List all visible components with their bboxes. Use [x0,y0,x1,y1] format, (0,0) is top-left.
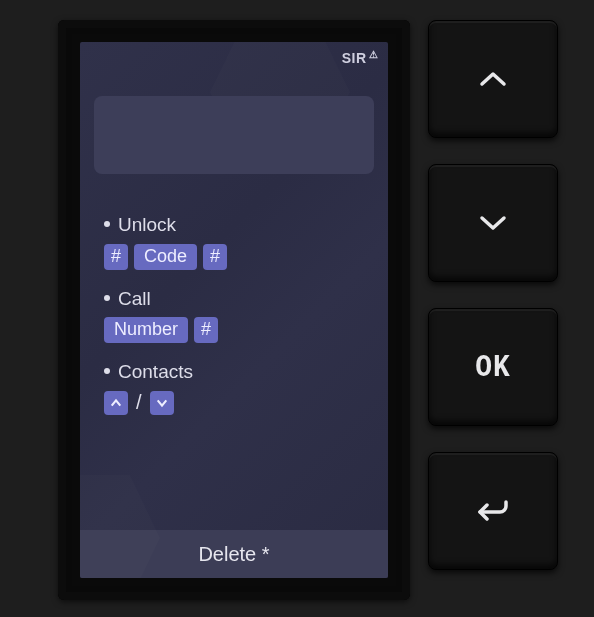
return-icon [476,497,510,525]
contacts-pattern: / [104,391,372,415]
status-label: SIR [342,50,367,66]
screen-bezel: SIR ⚠ Unlock # Code # Call Number [58,20,410,600]
status-indicator: SIR ⚠ [342,50,378,66]
bullet-icon [104,221,110,227]
call-pattern: Number # [104,317,372,343]
delete-button[interactable]: Delete * [80,530,388,578]
code-input-display[interactable] [94,96,374,174]
chevron-up-icon [104,391,128,415]
bullet-icon [104,368,110,374]
ok-button[interactable]: OK [428,308,558,426]
number-chip: Number [104,317,188,343]
separator: / [136,391,142,414]
touchscreen[interactable]: SIR ⚠ Unlock # Code # Call Number [80,42,388,578]
hash-chip: # [203,244,227,270]
help-text: Unlock # Code # Call Number # Contacts [104,210,372,433]
warning-icon: ⚠ [369,49,379,60]
down-button[interactable] [428,164,558,282]
bullet-icon [104,295,110,301]
code-chip: Code [134,244,197,270]
intercom-panel: SIR ⚠ Unlock # Code # Call Number [0,0,594,617]
back-button[interactable] [428,452,558,570]
unlock-label: Unlock [104,214,372,236]
hardware-buttons: OK [428,20,558,570]
hash-chip: # [104,244,128,270]
call-label: Call [104,288,372,310]
unlock-pattern: # Code # [104,244,372,270]
hash-chip: # [194,317,218,343]
chevron-down-icon [150,391,174,415]
contacts-label: Contacts [104,361,372,383]
up-button[interactable] [428,20,558,138]
